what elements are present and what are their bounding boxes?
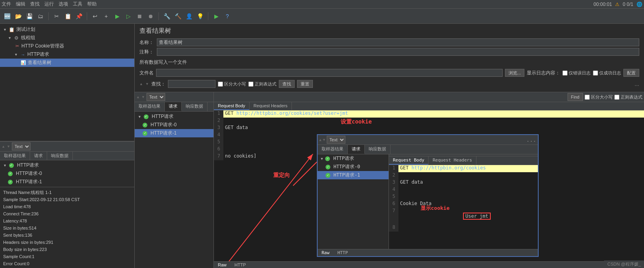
menu-find[interactable]: 查找 (30, 1, 40, 8)
regex-check-label[interactable]: 正则表达式 (248, 81, 276, 87)
sp-line-8: 8 (389, 224, 538, 232)
menu-edit[interactable]: 编辑 (16, 1, 25, 8)
new-btn[interactable]: 🆕 (2, 11, 12, 21)
paste-btn[interactable]: 📌 (74, 11, 84, 21)
run-btn[interactable]: ▶ (112, 11, 122, 21)
tab-sampler-result-left[interactable]: 取样器结果 (0, 152, 30, 160)
rt-http1[interactable]: ✓ HTTP请求-1 (135, 129, 213, 137)
second-split: ▼ ✓ HTTP请求 ✓ HTTP请求-0 ✓ (318, 154, 538, 249)
tab-request-left[interactable]: 请求 (30, 152, 47, 160)
tab-response-right[interactable]: 响应数据 (182, 102, 208, 111)
stop2-btn[interactable]: ⏺ (146, 11, 155, 21)
tree-item-threadgroup[interactable]: ▼ ⚙ 线程组 (0, 34, 134, 42)
help-btn[interactable]: ? (223, 11, 232, 21)
case-check-label[interactable]: 区分大小写 (218, 81, 246, 87)
second-tab-body[interactable]: Request Body (389, 156, 429, 165)
img1-btn[interactable]: 🔧 (162, 11, 171, 21)
sp-http1[interactable]: ✓ HTTP请求-1 (318, 171, 389, 179)
code-find-btn[interactable]: Find (568, 93, 583, 101)
find-btn[interactable]: 查找 (279, 80, 295, 88)
code-tab-headers[interactable]: Request Headers (250, 102, 292, 110)
save-btn[interactable]: 💾 (25, 11, 34, 21)
name-input[interactable] (157, 38, 639, 46)
comment-label: 注释： (139, 49, 154, 55)
second-dots[interactable]: ... (526, 137, 536, 143)
img3-btn[interactable]: 👤 (184, 11, 194, 21)
code-case-label[interactable]: 区分大小写 (585, 94, 613, 100)
rt-http1-label: HTTP请求-1 (151, 130, 177, 137)
cut-btn[interactable]: ✂ (52, 11, 61, 21)
img4-btn[interactable]: 💡 (195, 11, 205, 21)
error-log-checkbox[interactable] (562, 70, 568, 76)
success-log-check-label[interactable]: 仅成功日志 (593, 70, 621, 76)
case-checkbox[interactable] (218, 82, 223, 87)
sp-http0[interactable]: ✓ HTTP请求-0 (318, 163, 389, 171)
expand-btn[interactable]: + (101, 11, 111, 21)
rt-http-label: HTTP请求 (152, 113, 173, 120)
menu-options[interactable]: 选项 (59, 1, 68, 8)
sep2 (87, 12, 87, 20)
annotation-set-cookie: 设置cookie (341, 118, 372, 125)
second-footer-http[interactable]: HTTP (333, 249, 352, 256)
menu-file[interactable]: 文件 (2, 1, 11, 8)
lb-tree-http[interactable]: ▼ ✓ HTTP请求 (0, 161, 134, 169)
tree-item-http-request[interactable]: ▼ → HTTP请求 (0, 50, 134, 59)
browse-btn[interactable]: 浏览... (505, 69, 524, 77)
run-no-pause-btn[interactable]: ▷ (124, 11, 133, 21)
copy-btn[interactable]: 📋 (63, 11, 72, 21)
run-check-btn[interactable]: ▶ (211, 11, 221, 21)
search-input[interactable] (168, 80, 215, 88)
second-tab-headers[interactable]: Request Headers (429, 156, 476, 165)
tree-item-cookie-manager[interactable]: ✂ HTTP Cookie管理器 (0, 42, 134, 50)
menu-tools[interactable]: 工具 (73, 1, 82, 8)
comment-input[interactable] (157, 48, 639, 56)
right-type-select[interactable]: Text (147, 93, 165, 101)
stop-btn[interactable]: ⏹ (135, 11, 144, 21)
tab-response-left[interactable]: 响应数据 (47, 152, 73, 160)
vrt-header: 查看结果树 名称： 注释： 所有数据写入一个文件 文件名 浏览... 显示日志内… (135, 24, 644, 92)
regex-checkbox[interactable] (248, 82, 253, 87)
file-options-row: 所有数据写入一个文件 (139, 57, 639, 67)
main-footer-http[interactable]: HTTP (231, 262, 250, 268)
second-tab-request[interactable]: 请求 (348, 145, 365, 154)
error-log-check-label[interactable]: 仅错误日志 (562, 70, 591, 76)
open-btn[interactable]: 📂 (13, 11, 23, 21)
img2-btn[interactable]: 🔨 (173, 11, 183, 21)
lb-tree-http0[interactable]: ✓ HTTP请求-0 (0, 169, 134, 178)
tab-sampler-right[interactable]: 取样器结果 (135, 102, 165, 111)
dots-menu-search[interactable]: ... (634, 81, 639, 87)
menu-run[interactable]: 运行 (44, 1, 54, 8)
result-line-9: Sample Count:1 (3, 253, 131, 260)
sp-http0-label: HTTP请求-0 (333, 163, 360, 170)
search-scroll-down: ▼ (145, 82, 149, 86)
sp-http-main[interactable]: ▼ ✓ HTTP请求 (318, 154, 389, 163)
second-footer-raw[interactable]: Raw (318, 249, 333, 256)
second-type-select[interactable]: Text (327, 136, 345, 144)
test-plan-tree: ▼ 📋 测试计划 ▼ ⚙ 线程组 ✂ HTTP Cookie管理器 ▼ → HT… (0, 24, 134, 141)
success-log-checkbox[interactable] (593, 70, 598, 76)
tree-item-testplan[interactable]: ▼ 📋 测试计划 (0, 25, 134, 34)
code-tab-body[interactable]: Request Body (214, 102, 250, 110)
tree-item-result-tree[interactable]: 📊 查看结果树 (0, 59, 134, 67)
rt-http-main[interactable]: ▼ ✓ HTTP请求 (135, 112, 213, 121)
save-all-btn[interactable]: 🗂 (36, 11, 45, 21)
reset-btn[interactable]: 重置 (297, 80, 313, 88)
menu-help[interactable]: 帮助 (87, 1, 97, 8)
tab-request-right[interactable]: 请求 (165, 102, 182, 111)
code-case-checkbox[interactable] (585, 95, 590, 100)
left-type-select[interactable]: Text (12, 143, 30, 150)
second-tab-sampler[interactable]: 取样器结果 (318, 145, 348, 154)
code-regex-checkbox[interactable] (614, 95, 619, 100)
rt-http0[interactable]: ✓ HTTP请求-0 (135, 121, 213, 129)
config-btn[interactable]: 配置 (623, 69, 639, 77)
sep1 (48, 12, 49, 20)
code-regex-label[interactable]: 正则表达式 (614, 94, 642, 100)
file-input[interactable] (156, 69, 503, 77)
result-line-1: Sample Start:2022-09-12 21:03:58 CST (3, 196, 131, 203)
expand-arrow-req: ▼ (14, 53, 18, 57)
second-code-subtabs: Request Body Request Headers (389, 156, 538, 165)
undo-btn[interactable]: ↩ (90, 11, 100, 21)
lb-tree-http1[interactable]: ✓ HTTP请求-1 (0, 178, 134, 186)
second-tab-response[interactable]: 响应数据 (365, 145, 391, 154)
main-footer-raw[interactable]: Raw (214, 262, 231, 268)
